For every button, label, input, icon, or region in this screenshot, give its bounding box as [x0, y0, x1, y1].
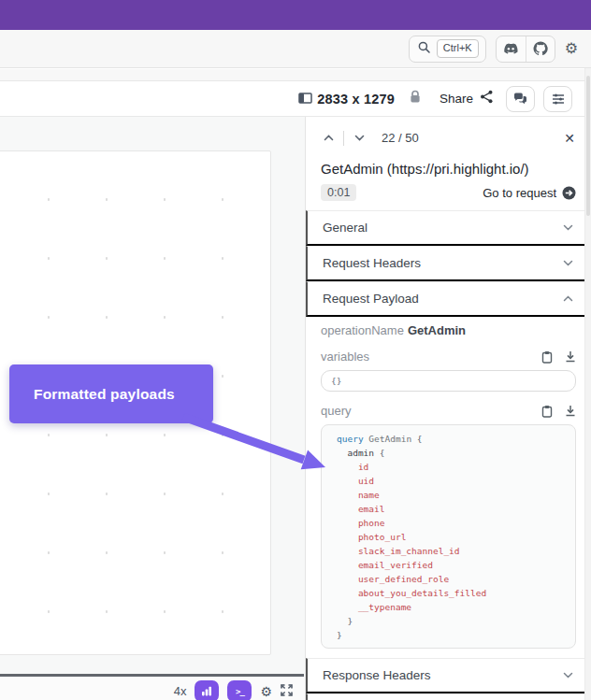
- chevron-down-icon: [563, 224, 573, 231]
- share-label: Share: [440, 92, 473, 106]
- player-settings-gear-icon[interactable]: ⚙: [260, 685, 272, 698]
- section-response-headers[interactable]: Response Headers: [306, 658, 591, 693]
- chevron-up-icon: [324, 135, 334, 141]
- request-title: GetAdmin (https://pri.highlight.io/): [306, 159, 591, 177]
- query-code-block: query GetAdmin { admin { id uid name ema…: [321, 424, 576, 649]
- search-button[interactable]: Ctrl+K: [409, 36, 486, 63]
- comments-icon: [513, 93, 527, 105]
- share-nodes-icon: [480, 90, 494, 107]
- search-shortcut-keycap: Ctrl+K: [437, 39, 479, 57]
- session-menu-button[interactable]: [543, 86, 572, 112]
- section-response-payload[interactable]: Response Payload: [306, 693, 591, 700]
- main-toolbar: Ctrl+K ⚙: [0, 30, 591, 68]
- annotation-label: Formatted payloads: [34, 386, 175, 403]
- app-window: Ctrl+K ⚙ 2833 x 1279 Share: [0, 0, 591, 700]
- chevron-up-icon: [563, 295, 573, 302]
- close-panel-button[interactable]: ✕: [564, 132, 575, 145]
- section-general[interactable]: General: [306, 210, 591, 246]
- viewport-resolution: 2833 x 1279: [298, 91, 395, 107]
- lock-icon[interactable]: [409, 90, 422, 107]
- request-pagination-row: 22 / 50 ✕: [306, 117, 591, 159]
- request-timestamp-badge: 0:01: [321, 184, 356, 201]
- variables-label: variables: [321, 350, 369, 364]
- variables-row: variables: [321, 350, 576, 364]
- toolbar-divider-strip: [0, 69, 591, 81]
- player-controls: 4x >_ ⚙: [0, 677, 305, 700]
- session-header: 2833 x 1279 Share: [0, 81, 591, 117]
- clipboard-icon: [541, 405, 553, 418]
- search-icon: [418, 40, 430, 57]
- scrollbar-thumb[interactable]: [586, 76, 590, 216]
- operation-name-value: GetAdmin: [408, 323, 466, 337]
- operation-name-label: operationName: [321, 323, 404, 337]
- chevron-down-icon: [354, 135, 365, 141]
- download-icon: [565, 405, 576, 417]
- download-icon: [565, 350, 576, 363]
- annotation-callout: Formatted payloads: [9, 364, 213, 423]
- page-scrollbar[interactable]: [584, 68, 591, 700]
- query-label: query: [321, 404, 352, 418]
- download-query-button[interactable]: [565, 405, 576, 417]
- clipboard-icon: [541, 350, 553, 364]
- variables-value: {}: [331, 376, 341, 386]
- variables-input[interactable]: {}: [321, 370, 576, 392]
- copy-variables-button[interactable]: [541, 350, 553, 364]
- github-icon[interactable]: [526, 36, 555, 62]
- close-icon: ✕: [564, 131, 575, 146]
- chevron-down-icon: [563, 672, 573, 679]
- settings-gear-icon[interactable]: ⚙: [565, 41, 578, 56]
- bar-chart-icon: [201, 686, 212, 696]
- terminal-icon: >_: [236, 687, 244, 696]
- go-to-request-label: Go to request: [483, 186, 556, 200]
- brand-top-bar: [0, 0, 591, 30]
- request-payload-body: operationNameGetAdmin variables {} query: [306, 317, 591, 658]
- request-meta-row: 0:01 Go to request: [306, 177, 591, 210]
- sliders-icon: [552, 93, 565, 105]
- operation-name-row: operationNameGetAdmin: [321, 319, 576, 337]
- nav-divider: [343, 131, 344, 146]
- next-request-button[interactable]: [352, 131, 367, 146]
- share-button[interactable]: Share: [440, 90, 494, 107]
- playback-speed-button[interactable]: 4x: [174, 684, 187, 698]
- section-request-payload[interactable]: Request Payload: [306, 281, 591, 317]
- community-links-group: [496, 36, 555, 63]
- arrow-right-circle-icon: [562, 186, 576, 200]
- go-to-request-button[interactable]: Go to request: [483, 186, 576, 200]
- monitor-icon: [298, 91, 312, 107]
- network-request-panel: 22 / 50 ✕ GetAdmin (https://pri.highligh…: [305, 117, 591, 700]
- discord-icon[interactable]: [497, 36, 526, 62]
- previous-request-button[interactable]: [321, 131, 336, 146]
- copy-query-button[interactable]: [541, 405, 553, 418]
- query-row: query: [321, 404, 576, 418]
- chevron-down-icon: [563, 260, 573, 266]
- request-counter: 22 / 50: [382, 131, 419, 145]
- section-request-headers[interactable]: Request Headers: [306, 246, 591, 281]
- resolution-text: 2833 x 1279: [317, 92, 395, 107]
- comments-button[interactable]: [506, 86, 535, 112]
- metrics-button[interactable]: [195, 680, 219, 700]
- devtools-button[interactable]: >_: [227, 680, 252, 700]
- download-variables-button[interactable]: [565, 350, 576, 363]
- fullscreen-icon[interactable]: [281, 683, 293, 700]
